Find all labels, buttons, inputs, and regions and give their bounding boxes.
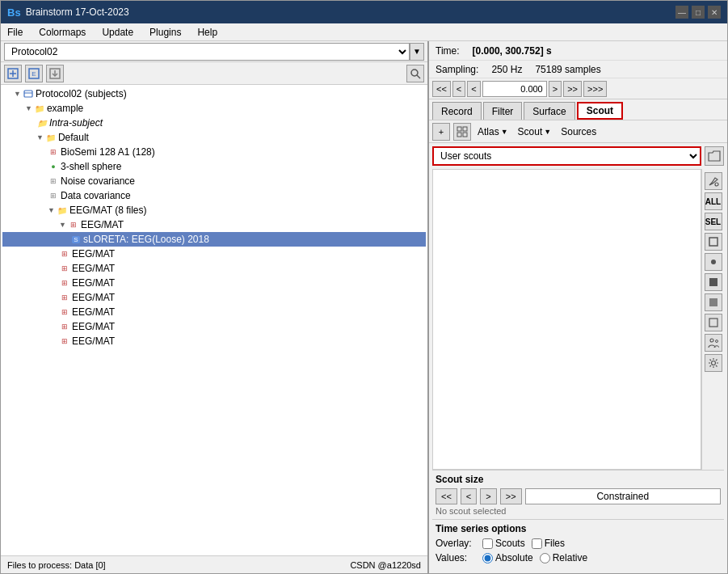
nav-last-button[interactable]: >>> bbox=[583, 81, 607, 97]
absolute-radio-text: Absolute bbox=[495, 552, 533, 563]
tree-label-sloreta: sLORETA: EEG(Loose) 2018 bbox=[83, 234, 209, 245]
scout-size-label: Scout size bbox=[436, 474, 721, 485]
sampling-info-bar: Sampling: 250 Hz 75189 samples bbox=[429, 61, 727, 78]
time-series-area: Time series options Overlay: Scouts File… bbox=[432, 519, 724, 570]
people-button[interactable] bbox=[705, 334, 722, 352]
mat-icon-6: ⊞ bbox=[59, 306, 70, 318]
empty-square-button[interactable] bbox=[705, 314, 722, 331]
files-checkbox-label[interactable]: Files bbox=[532, 538, 565, 549]
nav-back-button[interactable]: < bbox=[467, 81, 480, 97]
scouts-checkbox-label[interactable]: Scouts bbox=[482, 538, 525, 549]
close-button[interactable]: ✕ bbox=[708, 6, 721, 19]
tree-node-biosemi[interactable]: ⊞ BioSemi 128 A1 (128) bbox=[2, 145, 426, 159]
folder-icon-intrasubject: 📁 bbox=[36, 117, 48, 129]
main-window: Bs Brainstorm 17-Oct-2023 — □ ✕ File Col… bbox=[0, 0, 728, 574]
atlas-dropdown[interactable]: Atlas ▼ bbox=[474, 125, 511, 139]
square-button[interactable] bbox=[705, 233, 722, 251]
nav-prev-button[interactable]: < bbox=[452, 81, 465, 97]
protocol-arrow[interactable]: ▼ bbox=[410, 43, 424, 61]
constrained-input[interactable] bbox=[525, 488, 721, 504]
tab-filter[interactable]: Filter bbox=[483, 102, 523, 120]
user-scouts-select[interactable]: User scouts bbox=[432, 146, 701, 166]
svg-point-23 bbox=[711, 361, 715, 365]
tree-node-noise-cov[interactable]: ⊞ Noise covariance bbox=[2, 174, 426, 188]
nav-next-button[interactable]: >> bbox=[563, 81, 582, 97]
tree-node-protocol[interactable]: ▼ Protocol02 (subjects) bbox=[2, 87, 426, 101]
tree-node-example[interactable]: ▼ 📁 example bbox=[2, 101, 426, 116]
cov-icon-data: ⊞ bbox=[48, 190, 59, 201]
size-last-button[interactable]: >> bbox=[500, 488, 522, 504]
menu-update[interactable]: Update bbox=[99, 25, 137, 40]
export-button[interactable] bbox=[46, 65, 64, 82]
search-button[interactable] bbox=[406, 65, 424, 82]
files-checkbox-text: Files bbox=[545, 538, 565, 549]
protocol-select[interactable]: Protocol02 bbox=[4, 43, 410, 61]
tree-node-eegmat-1[interactable]: ▼ ⊞ EEG/MAT bbox=[2, 217, 426, 232]
app-logo: Bs bbox=[7, 6, 21, 19]
paint-button[interactable] bbox=[705, 172, 722, 190]
absolute-radio-label[interactable]: Absolute bbox=[482, 552, 533, 563]
tree-node-default[interactable]: ▼ 📁 Default bbox=[2, 130, 426, 145]
titlebar-controls: — □ ✕ bbox=[675, 6, 721, 19]
size-prev-button[interactable]: < bbox=[461, 488, 477, 504]
tree-node-eegmat-4[interactable]: ⊞ EEG/MAT bbox=[2, 276, 426, 290]
size-first-button[interactable]: << bbox=[436, 488, 457, 504]
tree-node-sloreta[interactable]: S sLORETA: EEG(Loose) 2018 bbox=[2, 232, 426, 247]
tree-node-sphere[interactable]: ● 3-shell sphere bbox=[2, 159, 426, 174]
scout-dropdown[interactable]: Scout ▼ bbox=[515, 125, 555, 139]
right-panel: Time: [0.000, 300.752] s Sampling: 250 H… bbox=[429, 41, 727, 573]
sources-label: Sources bbox=[561, 126, 596, 137]
ts-values-row: Values: Absolute Relative bbox=[436, 552, 721, 563]
new-protocol-button[interactable] bbox=[4, 65, 22, 82]
titlebar-title: Brainstorm 17-Oct-2023 bbox=[26, 6, 129, 18]
add-scout-button[interactable]: + bbox=[432, 123, 450, 141]
status-right: CSDN @a1220sd bbox=[350, 560, 421, 570]
expand-icon-0: ▼ bbox=[14, 90, 21, 98]
tree-node-eegmat-6[interactable]: ⊞ EEG/MAT bbox=[2, 305, 426, 319]
svg-rect-12 bbox=[463, 127, 467, 131]
menu-colormaps[interactable]: Colormaps bbox=[36, 25, 89, 40]
colored-square-button[interactable] bbox=[705, 293, 722, 311]
nav-first-button[interactable]: << bbox=[432, 81, 451, 97]
menu-file[interactable]: File bbox=[4, 25, 26, 40]
absolute-radio[interactable] bbox=[482, 553, 493, 563]
ts-overlay-row: Overlay: Scouts Files bbox=[436, 538, 721, 549]
filled-square-button[interactable] bbox=[705, 273, 722, 291]
menu-plugins[interactable]: Plugins bbox=[146, 25, 184, 40]
tree-node-eegmat-8[interactable]: ⊞ EEG/MAT bbox=[2, 334, 426, 348]
minimize-button[interactable]: — bbox=[675, 6, 688, 19]
tree-node-eegmat-5[interactable]: ⊞ EEG/MAT bbox=[2, 290, 426, 305]
edit-protocol-button[interactable]: E bbox=[25, 65, 43, 82]
tree-node-eegmat-2[interactable]: ⊞ EEG/MAT bbox=[2, 247, 426, 261]
tree-node-eegmat-7[interactable]: ⊞ EEG/MAT bbox=[2, 319, 426, 334]
tree-node-data-cov[interactable]: ⊞ Data covariance bbox=[2, 188, 426, 203]
relative-radio-label[interactable]: Relative bbox=[540, 552, 587, 563]
user-scouts-folder-button[interactable] bbox=[705, 146, 724, 166]
relative-radio[interactable] bbox=[540, 553, 550, 563]
tree-node-intrasubject[interactable]: 📁 Intra-subject bbox=[2, 116, 426, 130]
tab-surface[interactable]: Surface bbox=[524, 102, 574, 120]
status-left: Files to process: Data [0] bbox=[7, 560, 106, 570]
scouts-checkbox[interactable] bbox=[482, 538, 493, 549]
gear-button[interactable] bbox=[705, 354, 722, 372]
tree-node-eegmat-3[interactable]: ⊞ EEG/MAT bbox=[2, 261, 426, 276]
expand-icon-1: ▼ bbox=[25, 104, 32, 112]
tab-record[interactable]: Record bbox=[432, 102, 482, 120]
files-checkbox[interactable] bbox=[532, 538, 542, 549]
atlas-label: Atlas bbox=[478, 126, 499, 137]
size-next-button[interactable]: > bbox=[480, 488, 496, 504]
nav-time-input[interactable] bbox=[482, 81, 547, 97]
tree-node-eegmat-folder[interactable]: ▼ 📁 EEG/MAT (8 files) bbox=[2, 203, 426, 217]
maximize-button[interactable]: □ bbox=[692, 6, 705, 19]
sel-button[interactable]: SEL bbox=[705, 213, 722, 230]
menu-help[interactable]: Help bbox=[194, 25, 221, 40]
all-button[interactable]: ALL bbox=[705, 192, 722, 210]
atlas-dropdown-arrow: ▼ bbox=[501, 128, 508, 136]
grid-scout-button[interactable] bbox=[453, 123, 471, 141]
tab-scout[interactable]: Scout bbox=[577, 102, 623, 120]
nav-fwd-button[interactable]: > bbox=[549, 81, 562, 97]
dot-button[interactable] bbox=[705, 253, 722, 271]
sources-dropdown[interactable]: Sources bbox=[558, 125, 600, 139]
time-label: Time: bbox=[436, 45, 460, 57]
user-scouts-bar: User scouts bbox=[432, 146, 724, 166]
